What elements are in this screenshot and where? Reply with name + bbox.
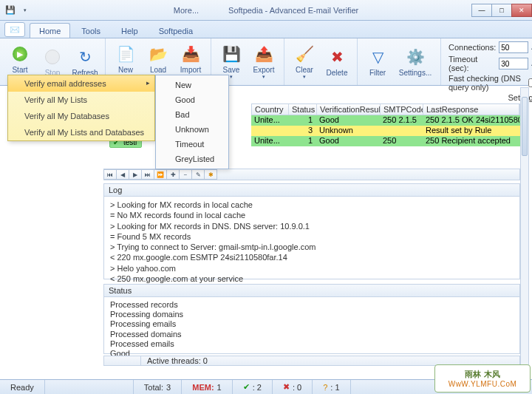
status-mem: MEM: 1 [182, 380, 232, 394]
scrollbar-thumb[interactable] [522, 97, 528, 156]
qat-dropdown-icon[interactable]: ▾ [19, 4, 31, 16]
nav-next-button[interactable]: ▶ [129, 169, 142, 180]
import-icon: 📥 [180, 44, 201, 64]
menu-item-verify-databases[interactable]: Verify all My Databases [8, 108, 154, 124]
filter-button[interactable]: ▽Filter [362, 41, 393, 84]
status-ok: ✔: 2 [233, 380, 273, 394]
disk-icon: 💾 [221, 44, 242, 64]
timeout-input[interactable] [499, 58, 528, 69]
verify-menu: Verify email addresses Verify all My Lis… [7, 75, 155, 141]
log-panel: Log > Looking for MX records in local ca… [103, 183, 520, 279]
submenu-item-greylisted[interactable]: GreyListed [156, 152, 228, 166]
col-status[interactable]: Status [289, 104, 317, 115]
log-line: < 250 mx.google.com at your service [110, 274, 514, 284]
status-line: Processed records [110, 300, 514, 310]
nav-filter-button[interactable]: ✱ [204, 169, 217, 180]
tab-home[interactable]: Home [30, 23, 70, 38]
titlebar: 💾 ▾ More... Softpedia - Advanced E-mail … [0, 0, 532, 21]
window-controls: — □ ✕ [472, 4, 532, 17]
col-last[interactable]: LastResponse [423, 104, 519, 115]
status-line: Processed emails [110, 339, 514, 349]
connections-input[interactable] [499, 41, 528, 53]
ribbon-group-edit: 🧹Clear▾ ✖Delete [284, 38, 358, 85]
tab-softpedia[interactable]: Softpedia [149, 23, 202, 38]
close-button[interactable]: ✕ [511, 4, 532, 17]
status-line: Processed domains [110, 330, 514, 339]
vertical-scrollbar[interactable] [520, 87, 529, 366]
menu-item-verify-emails[interactable]: Verify email addresses [8, 75, 154, 92]
check-icon: ✔ [243, 382, 250, 392]
connections-label: Connections: [449, 43, 496, 52]
title-context-tabs: More... Softpedia - Advanced E-mail Veri… [174, 6, 358, 15]
col-vres[interactable]: VerificationResult [317, 104, 381, 115]
submenu-item-good[interactable]: Good [156, 92, 228, 107]
timeout-label: Timeout (sec): [449, 55, 496, 72]
quick-access-toolbar: 💾 ▾ [0, 4, 35, 16]
log-line: > Looking for MX records in DNS. DNS ser… [110, 221, 514, 231]
col-country[interactable]: Country [252, 104, 289, 115]
table-row[interactable]: Unite... 1 Good 250 2.1.5 250 2.1.5 OK 2… [251, 115, 520, 126]
more-tab[interactable]: More... [174, 6, 199, 15]
nav-edit-button[interactable]: ✎ [191, 169, 205, 180]
submenu-item-new[interactable]: New [156, 78, 228, 92]
status-spacer [45, 380, 134, 394]
export-button[interactable]: 📤Export▾ [248, 41, 279, 84]
new-icon: 📄 [115, 44, 136, 64]
menu-item-verify-all[interactable]: Verify all My Lists and Databases [8, 124, 154, 140]
fastcheck-checkbox[interactable] [528, 78, 532, 87]
log-line: > Looking for MX records in local cache [110, 200, 514, 210]
load-icon: 📂 [148, 44, 168, 64]
app-menu-button[interactable]: ✉️ [4, 22, 25, 37]
ribbon-group-opts: ▽Filter ⚙️Settings... [358, 38, 441, 85]
tab-tools[interactable]: Tools [72, 23, 110, 38]
eraser-icon: 🧹 [294, 44, 315, 64]
record-navigator: ⏮ ◀ ▶ ⏭ ⏩ ✚ − ✎ ✱ [103, 169, 520, 180]
verify-submenu: New Good Bad Unknown Timeout GreyListed [155, 75, 229, 169]
nav-prev-button[interactable]: ◀ [116, 169, 129, 180]
delete-button[interactable]: ✖Delete [321, 41, 352, 84]
watermark-url: WwW.YLMFU.CoM [449, 380, 517, 388]
nav-add-button[interactable]: ✚ [166, 169, 180, 180]
col-smtp[interactable]: SMTPCode [381, 104, 423, 115]
submenu-item-timeout[interactable]: Timeout [156, 137, 228, 152]
play-icon: ▶ [10, 44, 30, 64]
nav-first-button[interactable]: ⏮ [103, 169, 117, 180]
status-panel: Status Processed records Processing doma… [103, 284, 520, 354]
status-err: ✖: 0 [273, 380, 313, 394]
app-title: Softpedia - Advanced E-mail Verifier [228, 6, 358, 15]
tab-help[interactable]: Help [112, 23, 148, 38]
ribbon-settings-panel: Connections:▴▾ Timeout (sec):▴▾ Fast che… [441, 38, 532, 85]
results-table-body: Unite... 1 Good 250 2.1.5 250 2.1.5 OK 2… [251, 115, 520, 146]
submenu-item-bad[interactable]: Bad [156, 107, 228, 122]
watermark-text: 雨林 木风 [465, 369, 499, 380]
x-icon: ✖ [283, 382, 290, 392]
settings-button[interactable]: ⚙️Settings... [395, 41, 436, 84]
table-row[interactable]: Unite... 1 Good 250 250 Recipient accept… [251, 136, 520, 146]
status-panel-title: Status [104, 285, 519, 297]
status-warn: ?: 1 [313, 380, 350, 394]
minimize-button[interactable]: — [471, 4, 492, 17]
delete-icon: ✖ [327, 47, 347, 67]
nav-last-button[interactable]: ⏭ [141, 169, 154, 180]
log-line: = No MX records found in local cache [110, 210, 514, 220]
fastcheck-label: Fast checking (DNS query only) [449, 74, 525, 92]
status-line: Processing domains [110, 310, 514, 319]
status-line: Processing emails [110, 319, 514, 329]
nav-del-button[interactable]: − [179, 169, 192, 180]
clear-button[interactable]: 🧹Clear▾ [289, 41, 320, 84]
menu-item-verify-lists[interactable]: Verify all My Lists [8, 92, 154, 108]
maximize-button[interactable]: □ [491, 4, 512, 17]
status-total: Total: 3 [134, 380, 182, 394]
results-table-header: Country Status VerificationResult SMTPCo… [251, 103, 520, 115]
nav-fastfwd-button[interactable]: ⏩ [154, 169, 167, 180]
threads-gauge [104, 356, 141, 365]
table-row[interactable]: 3 Unknown Result set by Rule [251, 126, 520, 136]
question-icon: ? [323, 383, 327, 392]
save-icon[interactable]: 💾 [4, 4, 16, 16]
submenu-item-unknown[interactable]: Unknown [156, 122, 228, 137]
refresh-icon: ↻ [75, 47, 95, 67]
export-icon: 📤 [253, 44, 274, 64]
log-line: = Found 5 MX records [110, 231, 514, 242]
filter-icon: ▽ [367, 47, 388, 67]
log-line: < 220 mx.google.com ESMTP 24si2110580far… [110, 252, 514, 262]
